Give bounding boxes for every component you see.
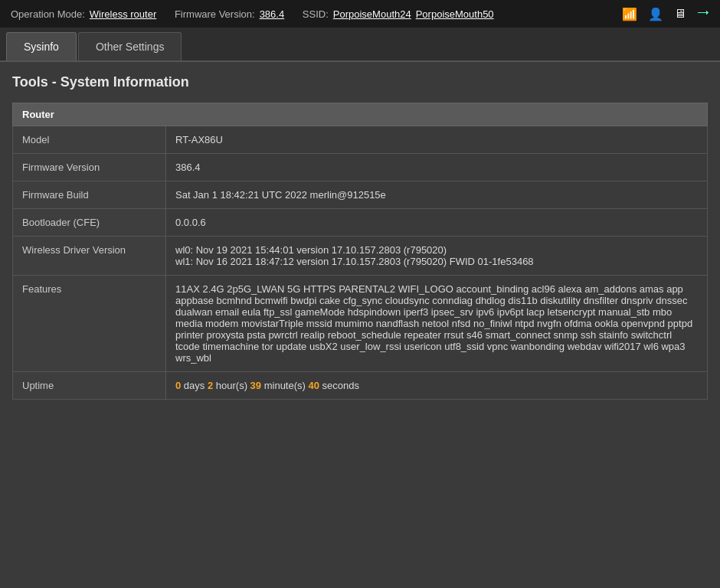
wifi-icon: 📶 <box>622 7 637 21</box>
table-row: Model RT-AX86U <box>13 126 708 154</box>
row-value-uptime: 0 days 2 hour(s) 39 minute(s) 40 seconds <box>166 372 708 400</box>
uptime-hours-label: hour(s) <box>216 380 250 391</box>
uptime-minutes-label: minute(s) <box>264 380 309 391</box>
row-value-wireless-driver: wl0: Nov 19 2021 15:44:01 version 17.10.… <box>166 237 708 276</box>
uptime-hours: 2 <box>208 380 213 391</box>
tab-sysinfo[interactable]: Sysinfo <box>6 32 77 60</box>
monitor-icon: 🖥 <box>674 7 686 21</box>
top-bar: Operation Mode: Wireless router Firmware… <box>0 0 720 28</box>
row-label-features: Features <box>13 276 166 372</box>
firmware-version-label: Firmware Version: <box>175 8 255 20</box>
operation-mode-label: Operation Mode: <box>11 8 85 20</box>
row-value-firmware-version: 386.4 <box>166 154 708 181</box>
row-value-firmware-build: Sat Jan 1 18:42:21 UTC 2022 merlin@91251… <box>166 181 708 209</box>
row-label-firmware-version: Firmware Version <box>13 154 166 181</box>
table-row: Wireless Driver Version wl0: Nov 19 2021… <box>13 237 708 276</box>
uptime-days-label: days <box>184 380 208 391</box>
sep1 <box>164 8 167 20</box>
table-row: Features 11AX 2.4G 2p5G_LWAN 5G HTTPS PA… <box>13 276 708 372</box>
ssid-label: SSID: <box>303 8 329 20</box>
row-label-bootloader: Bootloader (CFE) <box>13 209 166 237</box>
table-row: Firmware Build Sat Jan 1 18:42:21 UTC 20… <box>13 181 708 209</box>
row-value-model: RT-AX86U <box>166 126 708 154</box>
uptime-minutes: 39 <box>250 380 261 391</box>
ssid-value1[interactable]: PorpoiseMouth24 <box>333 8 411 20</box>
top-bar-icons: 📶 👤 🖥 ⭢ <box>622 7 709 21</box>
operation-mode-value[interactable]: Wireless router <box>90 8 156 20</box>
table-row: Firmware Version 386.4 <box>13 154 708 181</box>
page-content: Tools - System Information Router Model … <box>0 62 720 412</box>
row-value-bootloader: 0.0.0.6 <box>166 209 708 237</box>
uptime-days: 0 <box>175 380 181 391</box>
table-section-header: Router <box>13 103 708 126</box>
row-label-firmware-build: Firmware Build <box>13 181 166 209</box>
row-label-model: Model <box>13 126 166 154</box>
user-icon: 👤 <box>648 7 663 21</box>
section-header-label: Router <box>13 103 708 126</box>
table-row: Uptime 0 days 2 hour(s) 39 minute(s) 40 … <box>13 372 708 400</box>
system-info-table: Router Model RT-AX86U Firmware Version 3… <box>12 103 708 400</box>
sep2 <box>292 8 295 20</box>
firmware-version-value[interactable]: 386.4 <box>260 8 285 20</box>
row-label-uptime: Uptime <box>13 372 166 400</box>
table-row: Bootloader (CFE) 0.0.0.6 <box>13 209 708 237</box>
ssid-value2[interactable]: PorpoiseMouth50 <box>416 8 494 20</box>
tab-other-settings[interactable]: Other Settings <box>78 32 182 60</box>
tab-bar: Sysinfo Other Settings <box>0 28 720 62</box>
uptime-seconds-label: seconds <box>322 380 359 391</box>
row-value-features: 11AX 2.4G 2p5G_LWAN 5G HTTPS PARENTAL2 W… <box>166 276 708 372</box>
row-label-wireless-driver: Wireless Driver Version <box>13 237 166 276</box>
network-icon: ⭢ <box>697 7 709 21</box>
uptime-seconds: 40 <box>308 380 319 391</box>
page-title: Tools - System Information <box>12 74 708 90</box>
